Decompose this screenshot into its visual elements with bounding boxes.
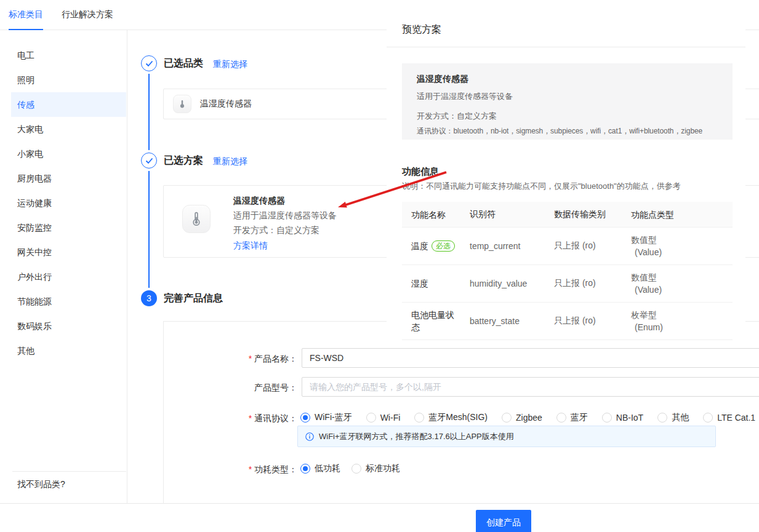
function-table-row: 湿度 humidity_value 只上报 (ro) 数值型 (Value) bbox=[402, 265, 733, 303]
radio-label: 其他 bbox=[672, 412, 689, 423]
preview-protocols: 通讯协议：bluetooth，nb-iot，sigmesh，subpieces，… bbox=[417, 126, 718, 137]
protocol-radio-option[interactable]: 蓝牙Mesh(SIG) bbox=[414, 412, 488, 423]
sidebar-item[interactable]: 电工 bbox=[11, 43, 126, 68]
tab-label: 行业解决方案 bbox=[62, 9, 113, 20]
sidebar-item[interactable]: 运动健康 bbox=[11, 191, 126, 215]
sidebar-item-label: 其他 bbox=[17, 346, 34, 355]
sidebar-item-label: 网关中控 bbox=[17, 247, 52, 257]
sidebar-item[interactable]: 大家电 bbox=[11, 117, 126, 141]
sidebar-item[interactable]: 照明 bbox=[11, 68, 126, 92]
dp-type-code: (Value) bbox=[631, 284, 723, 296]
radio-label: LTE Cat.1 bbox=[717, 413, 755, 423]
dp-name-cell: 电池电量状态 bbox=[411, 309, 460, 333]
step3-number: 3 bbox=[147, 293, 151, 303]
product-model-input[interactable] bbox=[302, 377, 759, 397]
dp-type-code: (Value) bbox=[631, 246, 723, 258]
radio-label: 蓝牙 bbox=[571, 412, 588, 423]
radio-icon bbox=[703, 413, 713, 423]
sidebar-item-label: 传感 bbox=[17, 100, 34, 109]
solution-summary: 温湿度传感器 适用于温湿度传感器等设备 开发方式：自定义方案 方案详情 bbox=[233, 196, 337, 250]
sidebar-item[interactable]: 网关中控 bbox=[11, 240, 126, 264]
radio-icon bbox=[556, 413, 566, 423]
function-table: 功能名称 识别符 数据传输类别 功能点类型 温度 必选 temp_current… bbox=[402, 202, 733, 340]
preview-summary-card: 温湿度传感器 适用于温湿度传感器等设备 开发方式：自定义方案 通讯协议：blue… bbox=[402, 63, 733, 140]
function-table-row: 电池电量状态 battery_state 只上报 (ro) 枚举型 (Enum) bbox=[402, 303, 733, 340]
function-info-title: 功能信息 bbox=[402, 166, 439, 178]
category-list: 电工 照明 传感 大家电 小家电 厨房电器 bbox=[11, 43, 126, 363]
function-info-note: 说明：不同通讯能力可能支持功能点不同，仅展示"bluetooth"的功能点，供参… bbox=[402, 181, 681, 192]
column-header: 识别符 bbox=[470, 209, 554, 220]
tab-item[interactable]: 行业解决方案 bbox=[62, 0, 113, 30]
sidebar-item-label: 电工 bbox=[17, 50, 34, 60]
protocol-hint: WiFi+蓝牙联网方式，推荐搭配3.17.6以上APP版本使用 bbox=[297, 426, 716, 447]
protocol-radio-group: WiFi-蓝牙 Wi-Fi 蓝牙Mesh(SIG) Zigbee 蓝牙 bbox=[300, 411, 755, 424]
radio-icon bbox=[414, 413, 424, 423]
product-name-input[interactable] bbox=[302, 348, 759, 368]
sidebar-item-label: 大家电 bbox=[17, 124, 43, 134]
step2-done-icon bbox=[141, 153, 157, 169]
step1-title: 已选品类 bbox=[164, 57, 203, 70]
power-type-radio-option[interactable]: 标准功耗 bbox=[351, 463, 400, 474]
sidebar-item[interactable]: 其他 bbox=[11, 338, 126, 363]
category-sidebar: 电工 照明 传感 大家电 小家电 厨房电器 bbox=[0, 30, 127, 503]
sidebar-item[interactable]: 数码娱乐 bbox=[11, 314, 126, 338]
dp-name: 湿度 bbox=[411, 277, 428, 290]
dp-transfer-type: 只上报 (ro) bbox=[554, 278, 631, 289]
step2-reselect-link[interactable]: 重新选择 bbox=[213, 156, 247, 167]
dp-data-type: 数值型 (Value) bbox=[631, 234, 723, 258]
divider bbox=[387, 47, 745, 47]
preview-title: 预览方案 bbox=[402, 23, 441, 36]
preview-dev-mode: 开发方式：自定义方案 bbox=[417, 111, 718, 122]
sidebar-item[interactable]: 户外出行 bbox=[11, 264, 126, 289]
protocol-radio-option[interactable]: WiFi-蓝牙 bbox=[300, 412, 352, 423]
protocol-radio-option[interactable]: Zigbee bbox=[502, 413, 542, 423]
bottom-action-bar: 创建产品 bbox=[0, 503, 759, 532]
sidebar-item-label: 小家电 bbox=[17, 149, 43, 159]
sidebar-item-label: 厨房电器 bbox=[17, 173, 52, 183]
radio-label: NB-IoT bbox=[616, 413, 643, 423]
sidebar-item[interactable]: 安防监控 bbox=[11, 215, 126, 240]
thermometer-icon bbox=[173, 95, 191, 113]
step1-reselect-link[interactable]: 重新选择 bbox=[213, 59, 247, 70]
radio-dot-icon bbox=[303, 466, 308, 471]
protocol-radio-option[interactable]: Wi-Fi bbox=[366, 413, 401, 423]
create-product-button[interactable]: 创建产品 bbox=[476, 510, 531, 532]
solution-preview-panel: 预览方案 温湿度传感器 适用于温湿度传感器等设备 开发方式：自定义方案 通讯协议… bbox=[387, 0, 745, 342]
sidebar-item[interactable]: 传感 bbox=[11, 92, 126, 117]
solution-detail-link[interactable]: 方案详情 bbox=[233, 240, 337, 250]
required-badge: 必选 bbox=[432, 240, 455, 252]
protocol-label: 通讯协议： bbox=[174, 413, 297, 424]
column-header: 功能点类型 bbox=[631, 208, 723, 221]
dp-type-code: (Enum) bbox=[631, 321, 723, 333]
product-name-label: 产品名称： bbox=[174, 354, 297, 365]
radio-label: Zigbee bbox=[516, 413, 542, 423]
function-table-row: 温度 必选 temp_current 只上报 (ro) 数值型 (Value) bbox=[402, 228, 733, 265]
sidebar-item-label: 安防监控 bbox=[17, 223, 52, 232]
dp-name-cell: 温度 必选 bbox=[411, 240, 460, 252]
function-table-header: 功能名称 识别符 数据传输类别 功能点类型 bbox=[402, 202, 733, 228]
tab-item[interactable]: 标准类目 bbox=[9, 0, 43, 30]
tab-label: 标准类目 bbox=[9, 9, 43, 20]
radio-icon bbox=[366, 413, 376, 423]
dp-type-name: 枚举型 bbox=[631, 309, 723, 321]
radio-label: WiFi-蓝牙 bbox=[315, 412, 352, 423]
protocol-radio-option[interactable]: LTE Cat.1 bbox=[703, 413, 755, 423]
sidebar-item-label: 数码娱乐 bbox=[17, 321, 52, 331]
protocol-radio-option[interactable]: 蓝牙 bbox=[556, 412, 588, 423]
step3-number-icon: 3 bbox=[141, 290, 157, 306]
sidebar-item[interactable]: 节能能源 bbox=[11, 289, 126, 314]
dp-identifier: humidity_value bbox=[470, 279, 554, 288]
power-type-radio-option[interactable]: 低功耗 bbox=[300, 463, 340, 474]
sidebar-item[interactable]: 厨房电器 bbox=[11, 166, 126, 191]
radio-label: Wi-Fi bbox=[380, 413, 401, 423]
sidebar-item[interactable]: 小家电 bbox=[11, 141, 126, 166]
protocol-radio-option[interactable]: NB-IoT bbox=[602, 413, 643, 423]
dp-type-name: 数值型 bbox=[631, 271, 723, 284]
check-icon bbox=[145, 60, 153, 67]
cannot-find-category-link[interactable]: 找不到品类? bbox=[12, 471, 126, 490]
product-create-page: 标准类目 行业解决方案 电工 照明 传感 bbox=[0, 0, 759, 532]
solution-name: 温湿度传感器 bbox=[233, 196, 337, 205]
radio-dot-icon bbox=[303, 415, 308, 420]
protocol-radio-option[interactable]: 其他 bbox=[657, 412, 689, 423]
selected-category-name: 温湿度传感器 bbox=[200, 98, 252, 109]
